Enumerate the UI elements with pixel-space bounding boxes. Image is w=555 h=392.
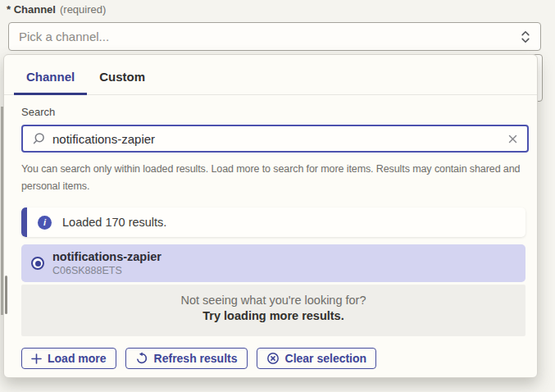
channel-option-selected[interactable]: notifications-zapier C06SK888ETS (21, 244, 525, 282)
option-title: notifications-zapier (52, 250, 161, 263)
clear-selection-button[interactable]: Clear selection (257, 348, 377, 369)
radio-selected-icon[interactable] (31, 257, 44, 270)
load-more-button[interactable]: Load more (21, 348, 116, 369)
tab-channel[interactable]: Channel (14, 70, 87, 94)
search-label: Search (21, 106, 524, 118)
tab-custom[interactable]: Custom (87, 70, 157, 94)
page: * Channel(required) Pick a channel... Ch… (0, 0, 555, 392)
option-id: C06SK888ETS (52, 265, 161, 276)
clear-selection-label: Clear selection (285, 352, 367, 365)
tab-bar: Channel Custom (4, 55, 537, 95)
load-more-hint: Not seeing what you're looking for? Try … (21, 285, 525, 336)
hint-suggestion: Try loading more results. (21, 309, 525, 322)
panel-body: Search You can search only within loa (4, 95, 537, 369)
actions-row: Load more Refresh results (21, 348, 524, 369)
load-more-label: Load more (48, 352, 107, 365)
search-icon (32, 132, 45, 145)
channel-select-placeholder: Pick a channel... (19, 30, 521, 43)
info-banner-text: Loaded 170 results. (62, 216, 166, 229)
option-texts: notifications-zapier C06SK888ETS (52, 250, 161, 276)
refresh-results-button[interactable]: Refresh results (125, 348, 248, 369)
channel-select[interactable]: Pick a channel... (8, 22, 541, 51)
field-label-text: * Channel (7, 3, 56, 16)
search-input[interactable] (52, 132, 507, 146)
field-label: * Channel(required) (7, 3, 106, 16)
info-banner: i Loaded 170 results. (21, 207, 525, 237)
info-banner-accent-bar (21, 207, 27, 237)
plus-icon (31, 353, 42, 364)
channel-dropdown-panel: Channel Custom Search (3, 54, 538, 378)
search-box (21, 125, 529, 153)
field-required-note: (required) (60, 3, 106, 16)
clear-search-icon[interactable] (507, 134, 518, 144)
unfold-chevron-icon (521, 30, 530, 44)
search-help-text: You can search only within loaded result… (21, 161, 528, 195)
hint-question: Not seeing what you're looking for? (21, 294, 525, 307)
refresh-results-label: Refresh results (154, 352, 238, 365)
x-circle-icon (266, 352, 280, 365)
info-icon: i (38, 216, 52, 230)
scrollbar-thumb[interactable] (5, 276, 7, 314)
refresh-icon (135, 352, 148, 365)
